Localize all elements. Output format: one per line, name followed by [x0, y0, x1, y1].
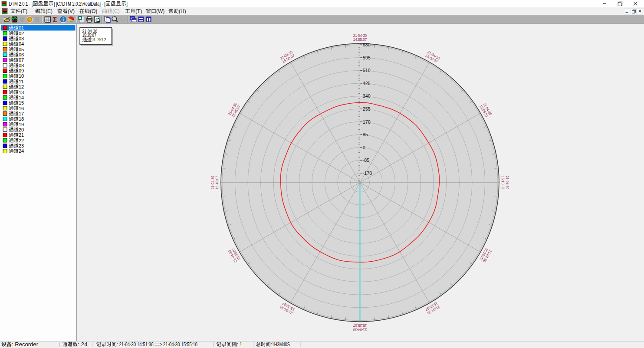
svg-text:21: 21 [19, 132, 24, 138]
svg-text:15:25:07: 15:25:07 [353, 324, 367, 328]
svg-text:13: 13 [19, 90, 24, 95]
svg-text:-85: -85 [363, 158, 370, 163]
svg-text:(C): (C) [112, 8, 120, 14]
svg-text:: 1: : 1 [237, 341, 242, 348]
svg-text:23: 23 [19, 143, 24, 148]
svg-text:20: 20 [19, 127, 24, 132]
svg-text::1H3M40S: :1H3M40S [271, 341, 290, 348]
svg-text:170: 170 [363, 119, 371, 125]
svg-text:08: 08 [19, 63, 24, 68]
svg-text:: 21-04-30 14:51:30 ==> 21-04-: : 21-04-30 14:51:30 ==> 21-04-30 15:55:1… [117, 341, 197, 348]
svg-text:05: 05 [19, 47, 24, 52]
svg-text:19: 19 [19, 122, 24, 127]
svg-text:680: 680 [363, 42, 371, 47]
svg-text:DTM 2.0.1 - [: DTM 2.0.1 - [ [9, 1, 33, 7]
svg-text:09: 09 [19, 68, 24, 73]
svg-text:(O): (O) [90, 8, 97, 14]
svg-text:14:55:07: 14:55:07 [353, 37, 367, 42]
svg-text:]: ] [126, 1, 128, 7]
svg-text:07: 07 [19, 57, 24, 62]
svg-text:11: 11 [19, 79, 23, 84]
svg-text:: Recorder: : Recorder [12, 341, 38, 348]
svg-text:16: 16 [19, 106, 24, 111]
svg-text:(W): (W) [156, 8, 164, 14]
svg-text:595: 595 [363, 55, 371, 60]
svg-text:01: 291.2: 01: 291.2 [92, 37, 106, 42]
svg-text:0: 0 [363, 145, 365, 150]
svg-text:(F): (F) [21, 8, 27, 14]
svg-text:12: 12 [19, 84, 24, 89]
svg-text:Σ: Σ [53, 16, 57, 23]
svg-text:15:10:07: 15:10:07 [501, 176, 505, 190]
svg-text:510: 510 [363, 68, 371, 73]
svg-text:15:40:07: 15:40:07 [215, 176, 219, 190]
svg-text:14: 14 [19, 95, 24, 100]
svg-text:(V): (V) [68, 8, 75, 14]
svg-text:06: 06 [19, 52, 24, 57]
svg-text:] [C:\DTM 2.0.2\RealData] - [: ] [C:\DTM 2.0.2\RealData] - [ [54, 1, 106, 7]
svg-text:17: 17 [19, 111, 24, 116]
svg-text:255: 255 [363, 106, 371, 112]
svg-text:15: 15 [19, 100, 24, 105]
svg-text:10: 10 [19, 73, 24, 79]
svg-text:-170: -170 [363, 171, 372, 176]
svg-text:425: 425 [363, 81, 371, 86]
svg-text:01: 01 [19, 25, 24, 30]
svg-text:03: 03 [19, 36, 24, 41]
svg-text:02: 02 [19, 31, 24, 36]
svg-text:18: 18 [19, 116, 24, 121]
svg-text:24: 24 [19, 148, 24, 154]
svg-text:22: 22 [19, 138, 24, 143]
svg-text:: 24: : 24 [78, 341, 88, 348]
svg-text:(T): (T) [135, 8, 142, 14]
svg-text:04: 04 [19, 41, 24, 46]
svg-text:340: 340 [363, 93, 371, 98]
svg-text:(H): (H) [179, 8, 186, 14]
svg-text:85: 85 [363, 132, 368, 137]
svg-text:(E): (E) [46, 8, 53, 14]
